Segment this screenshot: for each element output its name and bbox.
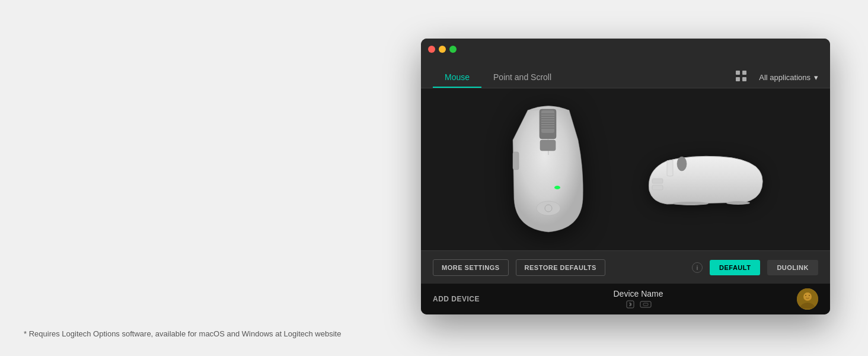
svg-rect-22 bbox=[652, 179, 663, 183]
info-icon[interactable]: i bbox=[692, 262, 703, 273]
maximize-button[interactable] bbox=[449, 46, 457, 53]
bottom-action-bar: MORE SETTINGS RESTORE DEFAULTS i DEFAULT… bbox=[421, 250, 830, 284]
user-avatar[interactable] bbox=[797, 288, 818, 310]
svg-rect-16 bbox=[540, 140, 556, 151]
app-selector-label: All applications bbox=[759, 73, 810, 82]
main-content bbox=[421, 88, 830, 250]
footnote-text: * Requires Logitech Options software, av… bbox=[24, 329, 341, 338]
footer-center: Device Name bbox=[480, 289, 797, 309]
traffic-lights bbox=[428, 46, 457, 53]
tab-mouse[interactable]: Mouse bbox=[433, 66, 481, 88]
minimize-button[interactable] bbox=[439, 46, 446, 53]
svg-rect-1 bbox=[742, 71, 746, 75]
svg-rect-28 bbox=[643, 303, 648, 306]
svg-point-18 bbox=[554, 186, 560, 189]
footer-bar: ADD DEVICE Device Name bbox=[421, 284, 830, 314]
info-label: i bbox=[697, 264, 698, 271]
tab-point-and-scroll[interactable]: Point and Scroll bbox=[481, 66, 563, 88]
svg-rect-27 bbox=[640, 301, 651, 307]
svg-point-33 bbox=[809, 295, 810, 296]
svg-point-32 bbox=[805, 295, 806, 296]
chevron-down-icon: ▾ bbox=[814, 73, 818, 82]
title-bar bbox=[421, 39, 830, 60]
svg-rect-2 bbox=[736, 77, 740, 81]
close-button[interactable] bbox=[428, 46, 435, 53]
svg-point-24 bbox=[673, 202, 709, 205]
svg-point-19 bbox=[537, 201, 560, 215]
more-settings-button[interactable]: MORE SETTINGS bbox=[433, 259, 509, 276]
svg-rect-17 bbox=[513, 152, 519, 170]
tab-bar: Mouse Point and Scroll All applications … bbox=[421, 60, 830, 88]
svg-rect-23 bbox=[652, 185, 663, 190]
add-device-button[interactable]: ADD DEVICE bbox=[433, 295, 480, 303]
app-window: Mouse Point and Scroll All applications … bbox=[421, 39, 830, 314]
svg-rect-3 bbox=[742, 77, 746, 81]
svg-point-25 bbox=[726, 201, 750, 205]
svg-rect-0 bbox=[736, 71, 740, 75]
bluetooth-icon bbox=[626, 300, 635, 309]
svg-point-21 bbox=[677, 157, 687, 171]
duolink-button[interactable]: DUOLINK bbox=[767, 260, 818, 275]
default-button[interactable]: DEFAULT bbox=[710, 260, 760, 275]
device-icons bbox=[626, 300, 652, 309]
grid-icon[interactable] bbox=[735, 70, 747, 82]
mouse-top-view bbox=[495, 93, 602, 235]
usb-icon bbox=[640, 300, 652, 309]
app-selector[interactable]: All applications ▾ bbox=[759, 73, 818, 82]
mouse-image-container bbox=[421, 88, 830, 250]
mouse-side-view bbox=[637, 152, 756, 223]
device-name-label: Device Name bbox=[613, 289, 663, 298]
restore-defaults-button[interactable]: RESTORE DEFAULTS bbox=[516, 259, 605, 276]
